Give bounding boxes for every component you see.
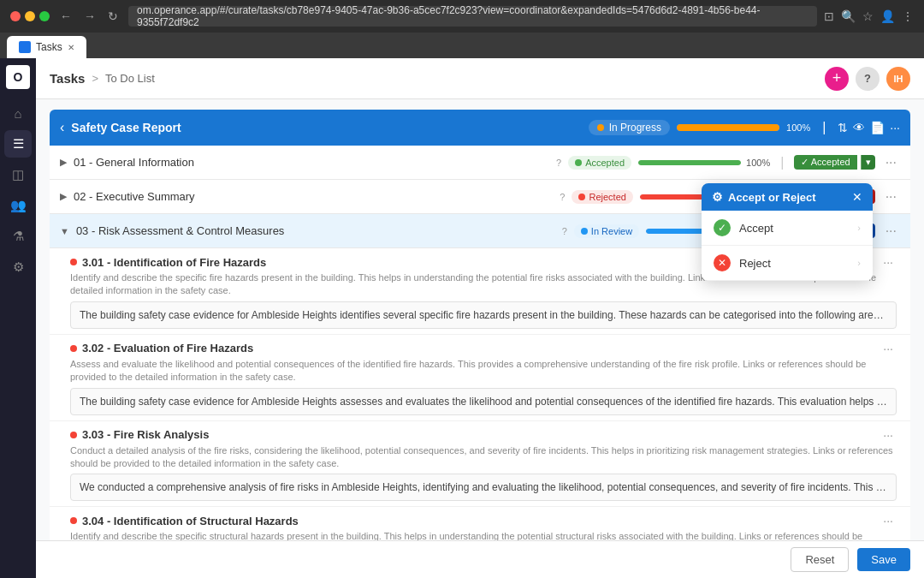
- task-301-menu[interactable]: ···: [880, 255, 897, 269]
- section-02-menu[interactable]: ···: [882, 189, 900, 205]
- task-301-dot: [70, 259, 77, 265]
- popup-header: ⚙ Accept or Reject ✕: [702, 183, 873, 211]
- user-avatar[interactable]: IH: [886, 67, 910, 91]
- section-01-pct: 100%: [746, 158, 770, 168]
- tab-close-icon[interactable]: ✕: [68, 43, 74, 52]
- sidebar-item-tasks[interactable]: ☰: [4, 130, 32, 158]
- accept-icon: ✓: [714, 219, 731, 236]
- active-tab[interactable]: Tasks ✕: [7, 36, 86, 58]
- browser-actions: ⊡ 🔍 ☆ 👤 ⋮: [824, 9, 914, 23]
- url-bar[interactable]: om.operance.app/#/curate/tasks/cb78e974-…: [128, 6, 817, 27]
- task-302-dot: [70, 345, 77, 352]
- save-button[interactable]: Save: [857, 548, 910, 571]
- popup-close-button[interactable]: ✕: [852, 190, 862, 204]
- sidebar-item-lab[interactable]: ⚗: [4, 223, 32, 250]
- help-button[interactable]: ?: [856, 67, 880, 91]
- maximize-button[interactable]: [39, 11, 50, 21]
- task-303-title: 3.03 - Fire Risk Analysis: [82, 428, 874, 441]
- accept-arrow: ›: [857, 223, 861, 233]
- sidebar-item-chart[interactable]: ◫: [4, 161, 32, 188]
- add-button[interactable]: +: [825, 67, 849, 91]
- report-progress-label: 100%: [786, 122, 810, 133]
- section-03-menu[interactable]: ···: [882, 223, 900, 239]
- section-01-badge-dropdown[interactable]: ▾: [861, 155, 875, 170]
- task-303-header: 3.03 - Fire Risk Analysis ···: [70, 428, 897, 442]
- section-03-status: In Review: [574, 224, 639, 238]
- report-back-button[interactable]: ‹: [60, 120, 64, 135]
- section-03-status-label: In Review: [591, 226, 632, 236]
- section-02-status-dot: [578, 194, 585, 200]
- star-icon[interactable]: ☆: [862, 9, 874, 23]
- menu-icon[interactable]: ⋮: [902, 9, 914, 23]
- sidebar-item-settings[interactable]: ⚙: [4, 253, 32, 281]
- task-302-content: The building safety case evidence for Am…: [70, 388, 897, 415]
- task-302-header: 3.02 - Evaluation of Fire Hazards ···: [70, 342, 897, 355]
- profile-icon[interactable]: 👤: [880, 9, 895, 23]
- popup-title: ⚙ Accept or Reject: [712, 190, 816, 204]
- header-actions: + ? IH: [825, 67, 910, 91]
- section-01-status-dot: [575, 159, 582, 166]
- sidebar-item-users[interactable]: 👥: [4, 192, 32, 219]
- forward-button[interactable]: →: [80, 8, 99, 25]
- section-01-menu[interactable]: ···: [882, 155, 900, 170]
- browser-nav: ← → ↻: [56, 8, 121, 25]
- section-02-status: Rejected: [572, 190, 632, 204]
- back-button[interactable]: ←: [56, 8, 75, 25]
- task-304-header: 3.04 - Identification of Structural Haza…: [70, 514, 897, 527]
- task-304-menu[interactable]: ···: [880, 514, 897, 527]
- sidebar-item-home[interactable]: ⌂: [4, 99, 32, 127]
- minimize-button[interactable]: [25, 11, 35, 21]
- search-icon[interactable]: 🔍: [841, 9, 856, 23]
- section-01-accepted-badge[interactable]: ✓ Accepted: [794, 155, 856, 170]
- section-01-status-label: Accepted: [585, 158, 625, 168]
- section-01-progress-fill: [638, 160, 741, 165]
- section-03-info[interactable]: ?: [562, 226, 567, 236]
- reset-button[interactable]: Reset: [791, 547, 849, 572]
- tab-favicon: [19, 41, 31, 53]
- section-01-progress: 100%: [638, 158, 770, 168]
- app-container: O ⌂ ☰ ◫ 👥 ⚗ ⚙ Tasks > To Do List + ? IH …: [0, 58, 924, 578]
- reject-option[interactable]: ✕ Reject ›: [702, 246, 873, 281]
- content-area[interactable]: ‹ Safety Case Report In Progress 100% | …: [36, 99, 924, 540]
- breadcrumb-separator: >: [92, 72, 98, 85]
- task-303-content: We conducted a comprehensive analysis of…: [70, 474, 897, 501]
- eye-icon[interactable]: 👁: [853, 121, 865, 134]
- task-304: 3.04 - Identification of Structural Haza…: [50, 507, 910, 540]
- accept-option[interactable]: ✓ Accept ›: [702, 211, 873, 246]
- task-302-title: 3.02 - Evaluation of Fire Hazards: [82, 342, 874, 355]
- section-03-toggle[interactable]: ▼: [60, 226, 69, 236]
- report-header: ‹ Safety Case Report In Progress 100% | …: [50, 110, 910, 146]
- section-03-title: 03 - Risk Assessment & Control Measures: [76, 224, 555, 237]
- section-02-info[interactable]: ?: [560, 192, 565, 202]
- tab-bar: Tasks ✕: [0, 33, 924, 58]
- bottom-bar: Reset Save: [36, 540, 924, 578]
- reject-arrow: ›: [857, 258, 861, 268]
- report-status-label: In Progress: [609, 122, 661, 134]
- app-logo: O: [6, 65, 30, 89]
- section-01-actions: ✓ Accepted ▾: [794, 155, 874, 170]
- close-button[interactable]: [10, 11, 21, 21]
- breadcrumb-item: To Do List: [105, 72, 155, 85]
- report-progress-bar: [677, 124, 779, 131]
- document-icon[interactable]: 📄: [870, 121, 885, 134]
- section-01-toggle[interactable]: ▶: [60, 157, 67, 168]
- task-303-menu[interactable]: ···: [880, 428, 897, 442]
- section-03-status-dot: [581, 228, 588, 235]
- section-02-status-label: Rejected: [589, 192, 625, 202]
- browser-buttons: [10, 11, 50, 21]
- report-progress-fill: [677, 124, 779, 131]
- refresh-button[interactable]: ↻: [104, 8, 121, 25]
- task-303-desc: Conduct a detailed analysis of the fire …: [70, 444, 897, 471]
- more-icon[interactable]: ···: [890, 121, 900, 134]
- tab-title: Tasks: [36, 41, 62, 53]
- section-02-toggle[interactable]: ▶: [60, 191, 67, 202]
- task-302-menu[interactable]: ···: [880, 342, 897, 355]
- sort-icon[interactable]: ⇅: [838, 121, 848, 134]
- task-304-desc: Identify and describe the specific struc…: [70, 530, 897, 540]
- cast-icon[interactable]: ⊡: [824, 9, 834, 23]
- section-01-info[interactable]: ?: [556, 158, 561, 168]
- task-302: 3.02 - Evaluation of Fire Hazards ··· As…: [50, 335, 910, 421]
- reject-label: Reject: [739, 257, 771, 270]
- browser-chrome: ← → ↻ om.operance.app/#/curate/tasks/cb7…: [0, 0, 924, 33]
- task-304-dot: [70, 517, 77, 524]
